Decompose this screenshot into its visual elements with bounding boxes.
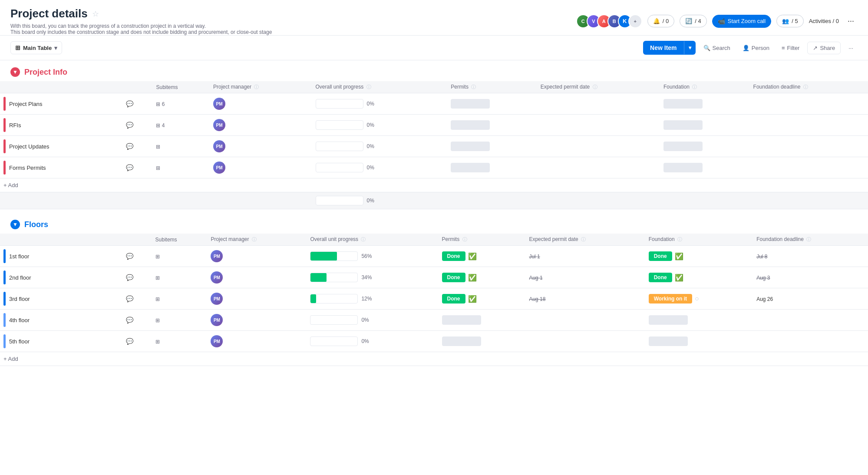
add-row[interactable]: + Add xyxy=(0,178,868,192)
comment-icon[interactable]: 💬 xyxy=(126,317,133,323)
comment-icon[interactable]: 💬 xyxy=(126,253,133,260)
foundation-empty xyxy=(663,163,703,172)
permits-cell: Done ✅ xyxy=(438,288,525,310)
add-row-floors[interactable]: + Add xyxy=(0,352,868,366)
description-line2: This board only includes the constructio… xyxy=(10,29,272,35)
group-collapse-floors[interactable]: ▼ xyxy=(10,220,20,229)
comment-icon[interactable]: 💬 xyxy=(126,274,133,281)
fd-cell: Aug 26 xyxy=(752,288,868,310)
new-item-btn[interactable]: New Item ▾ xyxy=(643,41,695,55)
comment-icon[interactable]: 💬 xyxy=(126,164,133,171)
header: Project details ☆ With this board, you c… xyxy=(0,0,868,36)
people-btn[interactable]: 👥 / 5 xyxy=(776,15,803,27)
comment-cell[interactable]: 💬 xyxy=(122,267,151,288)
new-item-arrow-icon[interactable]: ▾ xyxy=(684,41,696,54)
notifications-btn[interactable]: 🔔 / 0 xyxy=(647,15,674,27)
comment-icon[interactable]: 💬 xyxy=(126,143,133,150)
permits-empty xyxy=(451,163,490,172)
comment-cell[interactable]: 💬 xyxy=(122,246,151,267)
permits-empty xyxy=(442,315,481,325)
item-name-cell: 3rd floor xyxy=(0,288,122,310)
subitems-cell: ⊞ xyxy=(151,288,207,310)
subitems-cell: ⊞ xyxy=(152,136,209,157)
total-label xyxy=(0,192,122,209)
total-progress: 0% xyxy=(311,192,447,209)
table-selector[interactable]: ⊞ Main Table ▾ xyxy=(10,41,62,54)
zoom-btn[interactable]: 📹 Start Zoom call xyxy=(712,15,771,28)
col-foundation-f: Foundation ⓘ xyxy=(644,234,752,246)
comment-icon[interactable]: 💬 xyxy=(126,100,133,107)
title-row: Project details ☆ xyxy=(10,7,272,20)
comment-cell[interactable]: 💬 xyxy=(122,115,152,136)
foundation-empty xyxy=(663,142,703,151)
foundation-cell xyxy=(659,93,749,115)
comment-cell[interactable]: 💬 xyxy=(122,310,151,331)
person-btn[interactable]: 👤 Person xyxy=(738,42,774,54)
new-item-label[interactable]: New Item xyxy=(643,41,683,55)
avatars: C V A B K + xyxy=(576,14,642,28)
updates-btn[interactable]: 🔄 / 4 xyxy=(680,15,706,27)
manager-cell: PM xyxy=(206,267,306,288)
progress-bar-outer xyxy=(310,336,358,346)
comment-icon[interactable]: 💬 xyxy=(126,338,133,345)
progress-bar-outer xyxy=(316,120,363,130)
permits-cell xyxy=(438,331,525,352)
fd-cell xyxy=(752,310,868,331)
progress-pct: 0% xyxy=(367,165,379,171)
comment-icon[interactable]: 💬 xyxy=(126,295,133,302)
add-item-label[interactable]: + Add xyxy=(0,178,868,192)
comment-cell[interactable]: 💬 xyxy=(122,157,152,178)
permits-cell xyxy=(446,93,536,115)
updates-icon: 🔄 xyxy=(685,18,692,24)
search-btn[interactable]: 🔍 Search xyxy=(699,42,735,54)
group-collapse-project-info[interactable]: ▼ xyxy=(10,67,20,77)
comment-cell[interactable]: 💬 xyxy=(122,288,151,310)
manager-cell: PM xyxy=(209,136,311,157)
share-btn[interactable]: ↗ Share xyxy=(807,42,841,54)
progress-pct: 56% xyxy=(361,253,373,259)
comment-icon[interactable]: 💬 xyxy=(126,122,133,129)
table-floors: Subitems Project manager ⓘ Overall unit … xyxy=(0,234,868,366)
item-name-cell: 1st floor xyxy=(0,246,122,267)
comment-cell[interactable]: 💬 xyxy=(122,331,151,352)
check-icon-foundation: ✅ xyxy=(675,274,683,282)
permits-cell xyxy=(438,310,525,331)
subitems-cell: ⊞ xyxy=(152,157,209,178)
toolbar-more-btn[interactable]: ··· xyxy=(844,42,858,54)
item-name-cell: RFIs xyxy=(0,115,122,136)
header-more-btn[interactable]: ··· xyxy=(844,15,858,27)
progress-cell: 0% xyxy=(311,93,447,115)
expected-date: Jul 1 xyxy=(529,254,540,260)
comment-cell[interactable]: 💬 xyxy=(122,136,152,157)
total-foundation xyxy=(659,192,749,209)
subitems-cell: ⊞ 6 xyxy=(152,93,209,115)
star-icon[interactable]: ☆ xyxy=(92,9,99,19)
check-icon: ✅ xyxy=(468,252,477,261)
subitems-value: ⊞ xyxy=(156,165,160,171)
manager-avatar: PM xyxy=(211,314,223,326)
search-label: Search xyxy=(713,45,730,51)
toolbar-right: New Item ▾ 🔍 Search 👤 Person ≡ Filter ↗ … xyxy=(643,41,858,55)
subitems-cell: ⊞ xyxy=(151,246,207,267)
group-project-info: ▼ Project Info Subitems Project manager … xyxy=(0,60,868,209)
manager-cell: PM xyxy=(206,310,306,331)
table-row: Forms Permits 💬 ⊞ PM 0% xyxy=(0,157,868,178)
item-name: Project Plans xyxy=(9,101,43,107)
expected-date: Aug 18 xyxy=(529,296,545,302)
manager-cell: PM xyxy=(206,288,306,310)
progress-cell: 0% xyxy=(311,115,447,136)
add-item-floors-label[interactable]: + Add xyxy=(0,352,868,366)
filter-btn[interactable]: ≡ Filter xyxy=(777,42,804,54)
comment-cell[interactable]: 💬 xyxy=(122,93,152,115)
progress-cell: 0% xyxy=(311,136,447,157)
filter-icon: ≡ xyxy=(782,45,785,51)
fd-cell xyxy=(752,331,868,352)
color-bar-blue xyxy=(3,249,6,263)
avatar-extra: + xyxy=(628,14,642,28)
table-row: 5th floor 💬 ⊞ PM 0% xyxy=(0,331,868,352)
manager-cell: PM xyxy=(209,93,311,115)
info-icon-fd: ⓘ xyxy=(803,84,808,89)
permit-badge: Done xyxy=(442,273,465,282)
subitems-cell: ⊞ 4 xyxy=(152,115,209,136)
progress-pct: 34% xyxy=(361,274,373,280)
